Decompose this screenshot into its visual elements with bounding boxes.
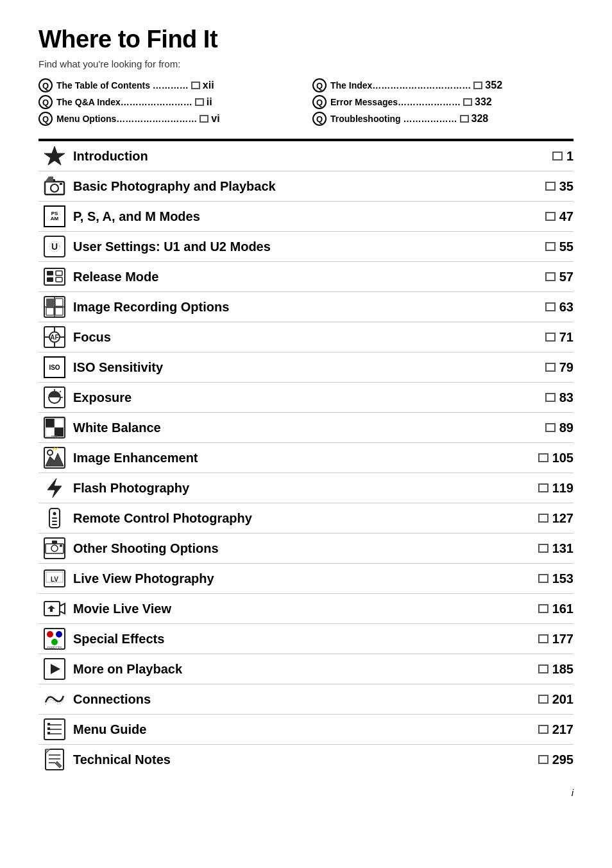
svg-rect-70 (47, 732, 50, 734)
toc-label-exposure: Exposure (71, 390, 522, 405)
toc-label-image-recording: Image Recording Options (71, 300, 522, 315)
book-icon-user-settings (545, 242, 556, 251)
svg-rect-15 (46, 299, 54, 306)
toc-label-white-balance: White Balance (71, 421, 522, 435)
book-icon-connections (538, 695, 548, 704)
book-icon-focus (545, 333, 556, 342)
toc-icon-cell-psam: PSAM (38, 205, 71, 227)
svg-marker-41 (47, 478, 62, 498)
toc-page-introduction: 1 (522, 149, 574, 164)
svg-rect-45 (52, 521, 57, 522)
toc-page-num-remote-control: 127 (552, 511, 574, 526)
book-icon-menu (200, 115, 208, 123)
toc-label-focus: Focus (71, 330, 522, 345)
other-shooting-icon (44, 537, 65, 559)
svg-point-40 (47, 450, 53, 455)
connections-icon (44, 688, 65, 710)
toc-label-image-enhancement: Image Enhancement (71, 451, 522, 465)
find-icon-toc: Q (38, 78, 53, 92)
find-item-qa: Q The Q&A Index…………………… ii (38, 94, 300, 110)
toc-icon-cell-image-enhancement (38, 447, 71, 469)
toc-page-num-user-settings: 55 (559, 239, 574, 254)
svg-rect-16 (55, 299, 63, 306)
book-icon-playback (538, 664, 548, 673)
exposure-icon (44, 386, 65, 408)
toc-label-special-effects: Special Effects (71, 632, 522, 647)
toc-page-menu-guide: 217 (522, 722, 574, 737)
toc-label-remote-control: Remote Control Photography (71, 511, 522, 526)
footer-page-number: i (572, 787, 574, 798)
book-icon-live-view (538, 574, 548, 583)
toc-page-num-live-view: 153 (552, 571, 574, 586)
toc-row-image-recording: Image Recording Options 63 (38, 291, 574, 322)
toc-row-basic-photo: Basic Photography and Playback 35 (38, 171, 574, 201)
svg-marker-0 (44, 146, 65, 165)
find-item-error: Q Error Messages………………… 332 (312, 94, 574, 110)
book-icon-index (473, 82, 482, 89)
toc-row-special-effects: EFFECTS Special Effects 177 (38, 623, 574, 654)
subtitle: Find what you're looking for from: (38, 58, 574, 69)
focus-icon: AF (44, 326, 65, 348)
svg-text:EFFECTS: EFFECTS (47, 646, 62, 650)
toc-page-live-view: 153 (522, 571, 574, 586)
svg-rect-17 (46, 308, 54, 315)
svg-line-31 (60, 391, 61, 392)
toc-page-num-introduction: 1 (566, 149, 574, 164)
toc-page-num-focus: 71 (559, 330, 574, 345)
book-icon-other-shooting (538, 544, 548, 553)
toc-page-connections: 201 (522, 692, 574, 707)
toc-icon-cell-connections (38, 688, 71, 710)
toc-page-remote-control: 127 (522, 511, 574, 526)
svg-rect-46 (52, 524, 57, 525)
toc-icon-cell-special-effects: EFFECTS (38, 628, 71, 650)
toc-icon-cell-live-view: LV (38, 568, 71, 589)
find-page-error: 332 (475, 96, 492, 108)
playback-icon (44, 658, 65, 680)
toc-icon-cell-exposure (38, 386, 71, 408)
svg-rect-34 (46, 419, 55, 428)
book-icon-movie-live-view (538, 604, 548, 613)
toc-page-focus: 71 (522, 330, 574, 345)
svg-marker-56 (60, 603, 65, 614)
star-icon (44, 145, 65, 167)
svg-text:U: U (51, 241, 58, 252)
special-effects-icon: EFFECTS (44, 628, 65, 650)
toc-page-num-release-mode: 57 (559, 270, 574, 284)
find-page-menu: vi (211, 113, 219, 125)
svg-rect-18 (55, 308, 63, 315)
toc-label-flash: Flash Photography (71, 481, 522, 496)
toc-page-release-mode: 57 (522, 270, 574, 284)
svg-rect-12 (56, 271, 62, 275)
toc-label-movie-live-view: Movie Live View (71, 602, 522, 616)
toc-page-num-movie-live-view: 161 (552, 602, 574, 616)
toc-row-focus: AF Focus 71 (38, 322, 574, 352)
toc-list: Introduction 1 Basic Photography and Pla… (38, 140, 574, 774)
toc-icon-cell-remote-control (38, 507, 71, 529)
find-item-menu: Q Menu Options……………………… vi (38, 110, 300, 127)
flash-icon (44, 477, 65, 499)
toc-icon-cell-user-settings: U (38, 236, 71, 257)
find-item-troubleshoot: Q Troubleshooting ……………… 328 (312, 110, 574, 127)
toc-icon-cell-basic-photo (38, 175, 71, 197)
find-label-toc: The Table of Contents ………… (56, 80, 189, 91)
find-label-index: The Index…………………………… (330, 80, 471, 91)
toc-icon-cell-playback (38, 658, 71, 680)
book-icon-exposure (545, 393, 556, 402)
toc-page-num-other-shooting: 131 (552, 541, 574, 556)
book-icon-technical-notes (538, 755, 548, 764)
svg-text:LV: LV (51, 576, 58, 583)
toc-label-psam: P, S, A, and M Modes (71, 209, 522, 224)
book-icon-white-balance (545, 423, 556, 432)
book-icon-iso (545, 363, 556, 372)
svg-rect-68 (47, 723, 50, 725)
toc-row-white-balance: WB White Balance 89 (38, 412, 574, 442)
toc-label-user-settings: User Settings: U1 and U2 Modes (71, 239, 522, 254)
toc-page-num-basic-photo: 35 (559, 179, 574, 194)
iso-icon: ISO (44, 356, 65, 378)
toc-icon-cell-iso: ISO (38, 356, 71, 378)
toc-page-exposure: 83 (522, 390, 574, 405)
toc-page-special-effects: 177 (522, 632, 574, 647)
toc-page-basic-photo: 35 (522, 179, 574, 194)
movie-live-view-icon (44, 598, 65, 620)
toc-icon-cell-release-mode (38, 266, 71, 288)
